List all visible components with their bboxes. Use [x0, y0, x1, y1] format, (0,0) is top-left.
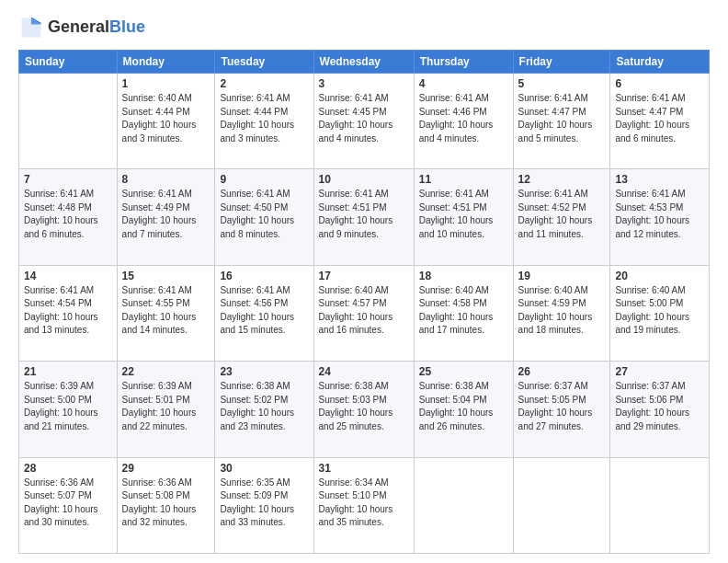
- day-info: Sunrise: 6:41 AMSunset: 4:47 PMDaylight:…: [518, 92, 606, 145]
- calendar-cell: 28Sunrise: 6:36 AMSunset: 5:07 PMDayligh…: [19, 457, 118, 553]
- weekday-saturday: Saturday: [610, 51, 710, 74]
- calendar-cell: 7Sunrise: 6:41 AMSunset: 4:48 PMDaylight…: [19, 169, 118, 265]
- day-info: Sunrise: 6:40 AMSunset: 5:00 PMDaylight:…: [615, 284, 704, 338]
- day-number: 25: [419, 365, 508, 378]
- day-number: 1: [122, 77, 210, 90]
- day-number: 31: [319, 462, 409, 475]
- calendar-cell: [610, 457, 710, 553]
- day-number: 22: [122, 365, 210, 378]
- day-info: Sunrise: 6:37 AMSunset: 5:05 PMDaylight:…: [518, 380, 606, 433]
- day-number: 20: [615, 270, 704, 282]
- day-number: 6: [615, 77, 704, 90]
- day-info: Sunrise: 6:40 AMSunset: 4:58 PMDaylight:…: [419, 284, 508, 338]
- day-info: Sunrise: 6:41 AMSunset: 4:53 PMDaylight:…: [615, 188, 704, 241]
- day-number: 28: [24, 462, 112, 475]
- day-number: 9: [220, 173, 308, 186]
- day-info: Sunrise: 6:41 AMSunset: 4:47 PMDaylight:…: [615, 92, 704, 145]
- calendar-cell: 22Sunrise: 6:39 AMSunset: 5:01 PMDayligh…: [117, 362, 215, 457]
- calendar-cell: 11Sunrise: 6:41 AMSunset: 4:51 PMDayligh…: [414, 169, 513, 265]
- day-info: Sunrise: 6:41 AMSunset: 4:56 PMDaylight:…: [220, 284, 308, 338]
- day-info: Sunrise: 6:35 AMSunset: 5:09 PMDaylight:…: [220, 477, 308, 530]
- day-number: 13: [615, 173, 704, 186]
- day-info: Sunrise: 6:41 AMSunset: 4:51 PMDaylight:…: [319, 188, 409, 241]
- day-number: 4: [419, 77, 508, 90]
- day-number: 29: [122, 462, 210, 475]
- day-info: Sunrise: 6:34 AMSunset: 5:10 PMDaylight:…: [319, 477, 409, 530]
- day-number: 5: [518, 77, 606, 90]
- calendar-cell: 8Sunrise: 6:41 AMSunset: 4:49 PMDaylight…: [117, 169, 215, 265]
- calendar-cell: 21Sunrise: 6:39 AMSunset: 5:00 PMDayligh…: [19, 362, 118, 457]
- day-info: Sunrise: 6:40 AMSunset: 4:44 PMDaylight:…: [122, 92, 210, 145]
- day-number: 14: [24, 270, 112, 282]
- day-number: 11: [419, 173, 508, 186]
- day-info: Sunrise: 6:41 AMSunset: 4:48 PMDaylight:…: [24, 188, 112, 241]
- calendar-cell: 6Sunrise: 6:41 AMSunset: 4:47 PMDaylight…: [610, 74, 710, 169]
- day-number: 3: [319, 77, 409, 90]
- calendar-cell: 26Sunrise: 6:37 AMSunset: 5:05 PMDayligh…: [513, 362, 610, 457]
- calendar-cell: 2Sunrise: 6:41 AMSunset: 4:44 PMDaylight…: [215, 74, 313, 169]
- day-info: Sunrise: 6:36 AMSunset: 5:07 PMDaylight:…: [24, 477, 112, 530]
- day-info: Sunrise: 6:38 AMSunset: 5:03 PMDaylight:…: [319, 380, 409, 433]
- day-number: 10: [319, 173, 409, 186]
- calendar-cell: 24Sunrise: 6:38 AMSunset: 5:03 PMDayligh…: [313, 362, 414, 457]
- day-number: 12: [518, 173, 606, 186]
- week-row-2: 14Sunrise: 6:41 AMSunset: 4:54 PMDayligh…: [19, 265, 710, 361]
- day-info: Sunrise: 6:39 AMSunset: 5:00 PMDaylight:…: [24, 380, 112, 433]
- calendar-cell: 29Sunrise: 6:36 AMSunset: 5:08 PMDayligh…: [117, 457, 215, 553]
- weekday-friday: Friday: [513, 51, 610, 74]
- calendar-cell: 19Sunrise: 6:40 AMSunset: 4:59 PMDayligh…: [513, 265, 610, 361]
- weekday-monday: Monday: [117, 51, 215, 74]
- calendar-cell: 13Sunrise: 6:41 AMSunset: 4:53 PMDayligh…: [610, 169, 710, 265]
- day-info: Sunrise: 6:38 AMSunset: 5:02 PMDaylight:…: [220, 380, 308, 433]
- day-number: 26: [518, 365, 606, 378]
- day-info: Sunrise: 6:40 AMSunset: 4:59 PMDaylight:…: [518, 284, 606, 338]
- logo: GeneralBlue: [18, 15, 145, 40]
- day-number: 2: [220, 77, 308, 90]
- calendar-cell: [414, 457, 513, 553]
- calendar-cell: 30Sunrise: 6:35 AMSunset: 5:09 PMDayligh…: [215, 457, 313, 553]
- day-info: Sunrise: 6:37 AMSunset: 5:06 PMDaylight:…: [615, 380, 704, 433]
- day-info: Sunrise: 6:41 AMSunset: 4:50 PMDaylight:…: [220, 188, 308, 241]
- day-info: Sunrise: 6:41 AMSunset: 4:45 PMDaylight:…: [319, 92, 409, 145]
- calendar-cell: 27Sunrise: 6:37 AMSunset: 5:06 PMDayligh…: [610, 362, 710, 457]
- day-info: Sunrise: 6:41 AMSunset: 4:44 PMDaylight:…: [220, 92, 308, 145]
- calendar-cell: 16Sunrise: 6:41 AMSunset: 4:56 PMDayligh…: [215, 265, 313, 361]
- day-number: 21: [24, 365, 112, 378]
- weekday-header-row: SundayMondayTuesdayWednesdayThursdayFrid…: [19, 51, 710, 74]
- calendar-cell: 3Sunrise: 6:41 AMSunset: 4:45 PMDaylight…: [313, 74, 414, 169]
- week-row-0: 1Sunrise: 6:40 AMSunset: 4:44 PMDaylight…: [19, 74, 710, 169]
- day-number: 24: [319, 365, 409, 378]
- day-number: 16: [220, 270, 308, 282]
- logo-text: GeneralBlue: [48, 18, 145, 37]
- day-info: Sunrise: 6:41 AMSunset: 4:54 PMDaylight:…: [24, 284, 112, 338]
- calendar-cell: [19, 74, 118, 169]
- calendar-cell: 12Sunrise: 6:41 AMSunset: 4:52 PMDayligh…: [513, 169, 610, 265]
- weekday-tuesday: Tuesday: [215, 51, 313, 74]
- calendar-cell: 17Sunrise: 6:40 AMSunset: 4:57 PMDayligh…: [313, 265, 414, 361]
- logo-icon: [18, 15, 44, 40]
- day-info: Sunrise: 6:36 AMSunset: 5:08 PMDaylight:…: [122, 477, 210, 530]
- weekday-wednesday: Wednesday: [313, 51, 414, 74]
- weekday-thursday: Thursday: [414, 51, 513, 74]
- day-info: Sunrise: 6:41 AMSunset: 4:52 PMDaylight:…: [518, 188, 606, 241]
- day-info: Sunrise: 6:41 AMSunset: 4:55 PMDaylight:…: [122, 284, 210, 338]
- day-number: 7: [24, 173, 112, 186]
- calendar-cell: 4Sunrise: 6:41 AMSunset: 4:46 PMDaylight…: [414, 74, 513, 169]
- calendar-table: SundayMondayTuesdayWednesdayThursdayFrid…: [18, 50, 710, 554]
- calendar-cell: 18Sunrise: 6:40 AMSunset: 4:58 PMDayligh…: [414, 265, 513, 361]
- day-info: Sunrise: 6:39 AMSunset: 5:01 PMDaylight:…: [122, 380, 210, 433]
- day-info: Sunrise: 6:41 AMSunset: 4:46 PMDaylight:…: [419, 92, 508, 145]
- calendar-cell: 9Sunrise: 6:41 AMSunset: 4:50 PMDaylight…: [215, 169, 313, 265]
- calendar-cell: 14Sunrise: 6:41 AMSunset: 4:54 PMDayligh…: [19, 265, 118, 361]
- calendar-cell: 15Sunrise: 6:41 AMSunset: 4:55 PMDayligh…: [117, 265, 215, 361]
- calendar-cell: 1Sunrise: 6:40 AMSunset: 4:44 PMDaylight…: [117, 74, 215, 169]
- day-info: Sunrise: 6:40 AMSunset: 4:57 PMDaylight:…: [319, 284, 409, 338]
- day-info: Sunrise: 6:38 AMSunset: 5:04 PMDaylight:…: [419, 380, 508, 433]
- week-row-4: 28Sunrise: 6:36 AMSunset: 5:07 PMDayligh…: [19, 457, 710, 553]
- week-row-3: 21Sunrise: 6:39 AMSunset: 5:00 PMDayligh…: [19, 362, 710, 457]
- header: GeneralBlue: [18, 15, 710, 40]
- calendar-cell: 23Sunrise: 6:38 AMSunset: 5:02 PMDayligh…: [215, 362, 313, 457]
- day-info: Sunrise: 6:41 AMSunset: 4:49 PMDaylight:…: [122, 188, 210, 241]
- calendar-cell: 20Sunrise: 6:40 AMSunset: 5:00 PMDayligh…: [610, 265, 710, 361]
- calendar-cell: 10Sunrise: 6:41 AMSunset: 4:51 PMDayligh…: [313, 169, 414, 265]
